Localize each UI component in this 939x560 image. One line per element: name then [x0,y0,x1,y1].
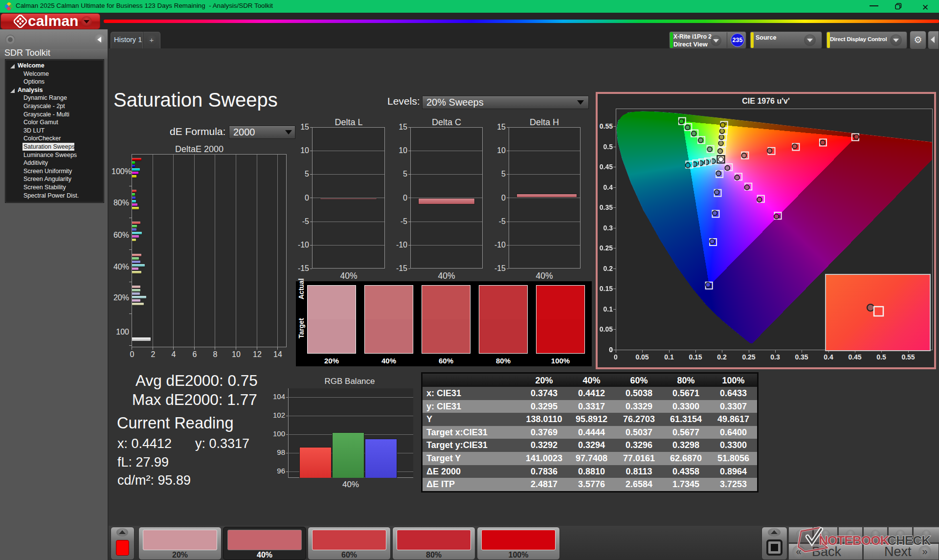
svg-text:CHECK: CHECK [887,533,931,548]
svg-text:NOTEBOOK: NOTEBOOK [819,533,890,548]
